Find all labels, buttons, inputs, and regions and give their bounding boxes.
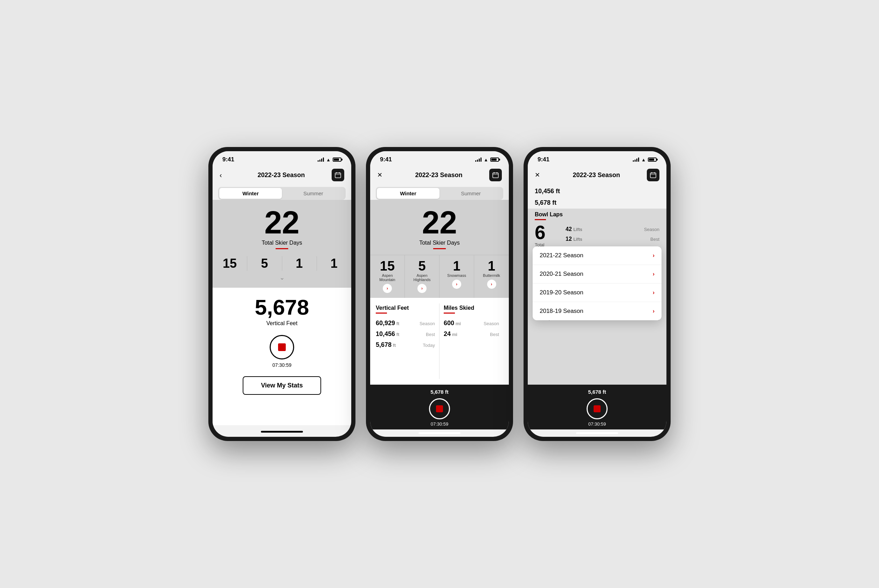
miles-row-best: 24 mi Best bbox=[444, 328, 499, 339]
stat-header-row-2: 5,678 ft bbox=[528, 197, 666, 208]
calendar-button-right[interactable] bbox=[647, 169, 660, 181]
page-title-left: 2022-23 Season bbox=[257, 171, 305, 179]
chevron-right-icon-2: › bbox=[653, 290, 655, 296]
phone3-content: Bowl Laps 6 TotalBowl Laps 42 Lifts Seas… bbox=[528, 208, 666, 385]
calendar-button-middle[interactable] bbox=[489, 169, 502, 181]
resort-arrow-2[interactable]: › bbox=[452, 280, 461, 289]
vert-row-season: 60,929 ft Season bbox=[376, 318, 435, 328]
tab-summer-middle[interactable]: Summer bbox=[440, 188, 502, 199]
phone-right: 9:41 ▲ ✕ 2022-23 Season bbox=[524, 147, 671, 441]
dropdown-item-1[interactable]: 2020-21 Season › bbox=[533, 265, 661, 284]
timer-right: 07:30:59 bbox=[535, 422, 660, 427]
dropdown-item-0[interactable]: 2021-22 Season › bbox=[533, 246, 661, 265]
resort-arrow-3[interactable]: › bbox=[487, 280, 496, 289]
status-time-right: 9:41 bbox=[538, 156, 550, 163]
status-time-left: 9:41 bbox=[222, 156, 234, 163]
home-indicator-right bbox=[576, 432, 618, 434]
dropdown-item-2[interactable]: 2019-20 Season › bbox=[533, 284, 661, 302]
status-time-middle: 9:41 bbox=[380, 156, 392, 163]
mini-stat-1: 5 bbox=[247, 256, 282, 271]
status-icons-middle: ▲ bbox=[475, 157, 499, 162]
white-section-left: 5,678 Vertical Feet 07:30:59 View My Sta… bbox=[213, 288, 351, 425]
mini-stat-0: 15 bbox=[213, 256, 247, 271]
mini-stats-left: 15 5 1 1 bbox=[213, 256, 351, 271]
vert-feet-section: Vertical Feet 60,929 ft Season 10,456 ft… bbox=[376, 303, 440, 379]
page-title-middle: 2022-23 Season bbox=[415, 171, 462, 179]
page-title-right: 2022-23 Season bbox=[572, 171, 620, 179]
red-underline-left bbox=[276, 248, 288, 249]
gray-section-left: 22 Total Skier Days 15 5 1 1 ⌄ bbox=[213, 200, 351, 288]
stat-header-row-1: 10,456 ft bbox=[528, 186, 666, 197]
vert-feet-number: 5,678 bbox=[255, 295, 309, 320]
bottom-ft-middle: 5,678 ft bbox=[377, 389, 502, 395]
wifi-icon-middle: ▲ bbox=[484, 157, 488, 162]
resort-arrow-0[interactable]: › bbox=[383, 284, 392, 293]
miles-section: Miles Skied 600 mi Season 24 mi Best bbox=[440, 303, 503, 379]
bottom-ft-right: 5,678 ft bbox=[535, 389, 660, 395]
red-line-miles bbox=[444, 312, 455, 314]
home-indicator-middle bbox=[418, 432, 461, 434]
total-days-number-left: 22 bbox=[213, 207, 351, 238]
header-left: ‹ 2022-23 Season bbox=[213, 166, 351, 186]
status-bar-middle: 9:41 ▲ bbox=[370, 151, 509, 166]
vert-row-today: 5,678 ft Today bbox=[376, 339, 435, 350]
phone-left: 9:41 ▲ ‹ 2022-23 Season bbox=[208, 147, 355, 441]
battery-icon-left bbox=[333, 158, 341, 162]
calendar-button-left[interactable] bbox=[332, 169, 344, 181]
mini-stat-2: 1 bbox=[282, 256, 317, 271]
resort-grid: 15 AspenMountain › 5 AspenHighlands › 1 … bbox=[370, 255, 509, 298]
home-indicator-left bbox=[261, 431, 303, 433]
chevron-down-icon[interactable]: ⌄ bbox=[213, 271, 351, 284]
close-button-middle[interactable]: ✕ bbox=[377, 171, 388, 179]
header-middle: ✕ 2022-23 Season bbox=[370, 166, 509, 186]
bottom-bar-right: 5,678 ft 07:30:59 bbox=[528, 385, 666, 429]
phones-container: 9:41 ▲ ‹ 2022-23 Season bbox=[208, 147, 671, 441]
signal-icon-left bbox=[318, 158, 324, 162]
total-days-label-middle: Total Skier Days bbox=[370, 240, 509, 246]
timer-left: 07:30:59 bbox=[272, 362, 292, 368]
record-button-middle[interactable] bbox=[429, 398, 450, 419]
back-button[interactable]: ‹ bbox=[219, 171, 231, 179]
status-icons-left: ▲ bbox=[318, 157, 341, 162]
vert-row-best: 10,456 ft Best bbox=[376, 328, 435, 339]
dropdown-item-3[interactable]: 2018-19 Season › bbox=[533, 302, 661, 320]
timer-middle: 07:30:59 bbox=[377, 422, 502, 427]
miles-title: Miles Skied bbox=[444, 305, 499, 311]
stop-icon-middle bbox=[436, 405, 443, 412]
total-days-label-left: Total Skier Days bbox=[213, 240, 351, 246]
svg-rect-4 bbox=[493, 173, 498, 178]
view-stats-button[interactable]: View My Stats bbox=[243, 376, 321, 395]
record-button-right[interactable] bbox=[587, 398, 608, 419]
stats-grid-middle: Vertical Feet 60,929 ft Season 10,456 ft… bbox=[370, 298, 509, 385]
wifi-icon-left: ▲ bbox=[326, 157, 331, 162]
red-underline-middle bbox=[433, 248, 446, 249]
chevron-right-icon-3: › bbox=[653, 308, 655, 314]
bottom-bar-middle: 5,678 ft 07:30:59 bbox=[370, 385, 509, 429]
wifi-icon-right: ▲ bbox=[641, 157, 646, 162]
chevron-right-icon-0: › bbox=[653, 252, 655, 259]
resort-cell-2: 1 Snowmass › bbox=[440, 255, 474, 298]
svg-rect-8 bbox=[650, 173, 656, 178]
vert-feet-label: Vertical Feet bbox=[266, 320, 298, 327]
resort-arrow-1[interactable]: › bbox=[418, 284, 427, 293]
svg-rect-0 bbox=[335, 173, 341, 178]
battery-icon-right bbox=[648, 158, 657, 162]
resort-cell-0: 15 AspenMountain › bbox=[370, 255, 405, 298]
tab-winter-left[interactable]: Winter bbox=[219, 188, 282, 199]
close-button-right[interactable]: ✕ bbox=[535, 171, 546, 179]
tab-summer-left[interactable]: Summer bbox=[282, 188, 345, 199]
battery-icon-middle bbox=[490, 158, 499, 162]
miles-row-season: 600 mi Season bbox=[444, 318, 499, 328]
tab-winter-middle[interactable]: Winter bbox=[377, 188, 440, 199]
gray-top-middle: 22 Total Skier Days bbox=[370, 200, 509, 255]
signal-icon-middle bbox=[475, 158, 482, 162]
status-bar-left: 9:41 ▲ bbox=[213, 151, 351, 166]
red-line-vert bbox=[376, 312, 387, 314]
stop-icon-right bbox=[594, 405, 601, 412]
stop-icon-left bbox=[278, 344, 286, 351]
record-button-left[interactable] bbox=[270, 335, 294, 360]
header-right: ✕ 2022-23 Season bbox=[528, 166, 666, 186]
total-days-number-middle: 22 bbox=[370, 207, 509, 238]
signal-icon-right bbox=[633, 158, 639, 162]
resort-cell-3: 1 Buttermilk › bbox=[474, 255, 509, 298]
